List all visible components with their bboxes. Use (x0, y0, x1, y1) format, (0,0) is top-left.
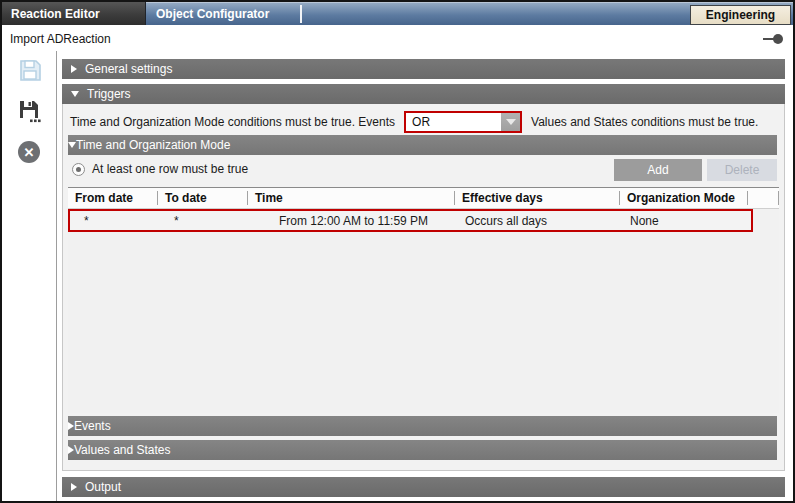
cell-to-date: * (160, 214, 250, 228)
reaction-editor-window: Reaction Editor Object Configurator Engi… (0, 0, 795, 503)
section-triggers-label: Triggers (87, 87, 131, 101)
tab-reaction-editor[interactable]: Reaction Editor (2, 2, 146, 25)
cell-time: From 12:00 AM to 11:59 PM (250, 214, 457, 228)
engineering-button[interactable]: Engineering (690, 5, 791, 25)
editor-content: General settings Triggers Time and Organ… (62, 51, 785, 501)
tab-strip: Object Configurator Engineering (146, 2, 793, 25)
table-row-selected[interactable]: * * From 12:00 AM to 11:59 PM Occurs all… (68, 209, 753, 232)
pin-icon[interactable] (763, 34, 783, 44)
radio-label: At least one row must be true (92, 162, 248, 176)
triggers-panel: Time and Organization Mode conditions mu… (62, 104, 785, 471)
chevron-down-icon (506, 119, 516, 125)
cell-effective-days: Occurs all days (457, 214, 622, 228)
left-toolbar: ✕ (2, 51, 57, 501)
section-tom-label: Time and Organization Mode (76, 138, 230, 152)
save-icon[interactable] (18, 58, 42, 82)
cell-organization-mode: None (622, 214, 750, 228)
tom-controls-row: At least one row must be true Add Delete (68, 159, 777, 183)
column-header-organization-mode[interactable]: Organization Mode (620, 188, 748, 208)
events-operator-dropdown[interactable]: OR (404, 111, 522, 133)
add-button[interactable]: Add (614, 159, 702, 181)
section-values-label: Values and States (74, 443, 171, 457)
column-header-time[interactable]: Time (248, 188, 455, 208)
section-values-and-states[interactable]: Values and States (68, 440, 777, 460)
tom-table: From date To date Time Effective days Or… (68, 187, 779, 413)
section-general-settings[interactable]: General settings (62, 59, 785, 79)
tom-table-header: From date To date Time Effective days Or… (68, 188, 779, 209)
radio-icon (72, 163, 85, 176)
tab-separator (300, 5, 302, 23)
condition-suffix-text: Values and States conditions must be tru… (531, 115, 758, 129)
chevron-right-icon (71, 65, 77, 73)
cancel-x-glyph: ✕ (18, 141, 40, 163)
chevron-down-icon (68, 142, 76, 148)
section-triggers[interactable]: Triggers (62, 84, 785, 104)
chevron-right-icon (71, 483, 77, 491)
at-least-one-row-radio[interactable]: At least one row must be true (72, 162, 248, 176)
tab-reaction-editor-label: Reaction Editor (11, 7, 100, 21)
condition-prefix-text: Time and Organization Mode conditions mu… (70, 115, 395, 129)
section-time-and-organization-mode[interactable]: Time and Organization Mode (68, 135, 777, 155)
column-header-effective-days[interactable]: Effective days (455, 188, 620, 208)
section-events-label: Events (74, 419, 111, 433)
save-as-icon[interactable] (18, 99, 42, 123)
section-output[interactable]: Output (62, 477, 785, 497)
events-operator-value: OR (406, 115, 501, 129)
column-header-spacer (748, 188, 779, 208)
tab-object-configurator[interactable]: Object Configurator (146, 7, 269, 21)
column-header-to-date[interactable]: To date (158, 188, 248, 208)
section-events[interactable]: Events (68, 416, 777, 436)
cancel-icon[interactable]: ✕ (18, 141, 42, 165)
chevron-down-icon (71, 91, 79, 97)
top-tab-bar: Reaction Editor Object Configurator Engi… (2, 2, 793, 25)
section-general-settings-label: General settings (85, 62, 172, 76)
dropdown-arrow-button[interactable] (501, 113, 520, 131)
trigger-condition-row: Time and Organization Mode conditions mu… (70, 110, 778, 134)
section-output-label: Output (85, 480, 121, 494)
page-title: Import ADReaction (10, 32, 111, 46)
cell-from-date: * (70, 214, 160, 228)
column-header-from-date[interactable]: From date (68, 188, 158, 208)
delete-button[interactable]: Delete (707, 159, 777, 181)
title-row: Import ADReaction (2, 25, 793, 51)
